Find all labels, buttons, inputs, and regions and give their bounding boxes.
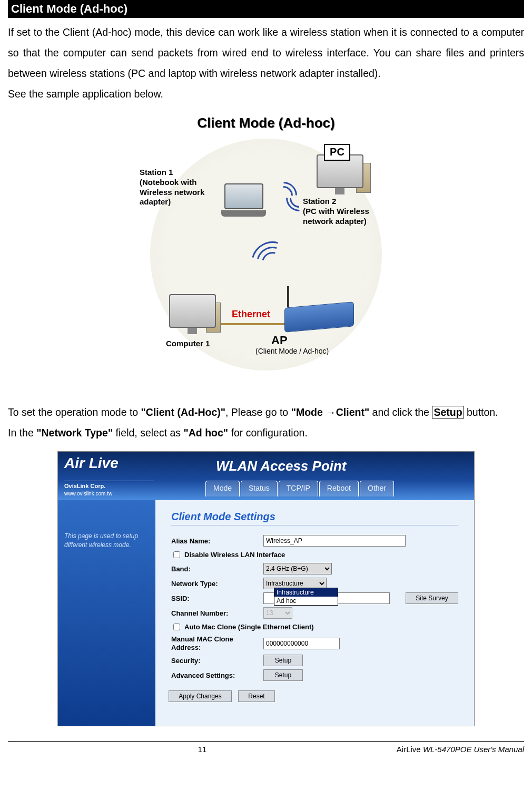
row-auto-mac: Auto Mac Clone (Single Ethernet Client)	[171, 622, 458, 632]
reset-button[interactable]: Reset	[238, 690, 275, 702]
station2-label: Station 2 (PC with Wireless network adap…	[303, 197, 387, 226]
checkbox-auto-mac[interactable]	[173, 624, 180, 630]
computer1-label: Computer 1	[166, 339, 210, 349]
tab-mode[interactable]: Mode	[205, 481, 240, 496]
paragraph-3: In the "Network Type" field, select as "…	[8, 423, 524, 443]
brand-sub: OvisLink Corp.	[64, 481, 154, 489]
computer1-icon	[166, 294, 219, 334]
ap-router-icon	[284, 305, 353, 342]
paragraph-1: If set to the Client (Ad-hoc) mode, this…	[8, 22, 524, 84]
ui-sidebar: This page is used to setup different wir…	[58, 500, 155, 726]
section-title: Client Mode Settings	[171, 511, 458, 525]
brand-url: www.ovislink.com.tw	[64, 491, 112, 496]
row-alias: Alias Name:	[171, 535, 458, 547]
text-bold: "Network Type"	[36, 427, 113, 439]
text: and click the	[369, 406, 432, 418]
ui-main: Client Mode Settings Alias Name: Disable…	[155, 500, 474, 726]
checkbox-disable-wlan[interactable]	[173, 551, 180, 558]
station1-laptop-icon	[221, 183, 266, 218]
site-survey-button[interactable]: Site Survey	[406, 592, 458, 604]
footer-book-title: AirLive WL-5470POE User's Manual	[397, 745, 524, 754]
label-disable-wlan: Disable Wireless LAN Interface	[184, 551, 285, 559]
tab-bar: Mode Status TCP/IP Reboot Other	[205, 481, 395, 496]
label-channel: Channel Number:	[171, 609, 263, 617]
label-auto-mac: Auto Mac Clone (Single Ethernet Client)	[184, 623, 314, 631]
label-ssid: SSID:	[171, 595, 263, 602]
station1-label: Station 1 (Notebook with Wireless networ…	[140, 168, 219, 207]
ethernet-line-icon	[221, 323, 284, 325]
row-band: Band: 2.4 GHz (B+G)	[171, 563, 458, 574]
select-channel: 13	[263, 607, 292, 619]
ap-sublabel: (Client Mode / Ad-hoc)	[255, 347, 329, 355]
router-ui-panel: Air Live OvisLink Corp. www.ovislink.com…	[57, 451, 475, 726]
text: for configuration.	[228, 427, 308, 439]
pc-badge: PC	[324, 144, 350, 161]
ap-label: AP	[271, 334, 288, 347]
label-alias: Alias Name:	[171, 537, 263, 545]
ethernet-label: Ethernet	[232, 309, 270, 320]
paragraph-2: To set the operation mode to "Client (Ad…	[8, 402, 524, 423]
ui-header: Air Live OvisLink Corp. www.ovislink.com…	[58, 452, 474, 500]
security-setup-button[interactable]: Setup	[263, 655, 303, 666]
row-mac-clone: Manual MAC Clone Address:	[171, 635, 458, 651]
row-disable-wlan: Disable Wireless LAN Interface	[171, 550, 458, 560]
diagram-client-mode: Client Mode (Ad-hoc) Station 1 (Notebook…	[116, 115, 416, 389]
footer-divider	[8, 741, 524, 742]
text: To set the operation mode to	[8, 406, 141, 418]
sidebar-note: This page is used to setup different wir…	[64, 532, 138, 549]
row-advanced: Advanced Settings: Setup	[171, 669, 458, 681]
network-type-dropdown[interactable]: Infrastructure Ad hoc	[274, 588, 338, 606]
text: button.	[464, 406, 498, 418]
text: In the	[8, 427, 36, 439]
advanced-setup-button[interactable]: Setup	[263, 669, 303, 681]
ui-header-title: WLAN Access Point	[216, 458, 347, 474]
setup-boxed-label: Setup	[432, 406, 464, 418]
label-mac-clone: Manual MAC Clone Address:	[171, 635, 263, 651]
label-advanced: Advanced Settings:	[171, 671, 263, 679]
row-channel: Channel Number: 13	[171, 607, 458, 619]
dropdown-option-infrastructure[interactable]: Infrastructure	[274, 588, 338, 597]
diagram-title: Client Mode (Ad-hoc)	[197, 115, 334, 131]
select-band[interactable]: 2.4 GHz (B+G)	[263, 563, 332, 574]
apply-changes-button[interactable]: Apply Changes	[169, 690, 232, 702]
tab-tcpip[interactable]: TCP/IP	[279, 481, 318, 496]
label-band: Band:	[171, 565, 263, 573]
section-heading: Client Mode (Ad-hoc)	[8, 0, 524, 18]
brand-logo: Air Live	[64, 455, 119, 472]
label-network-type: Network Type:	[171, 580, 263, 588]
footer: 11 AirLive WL-5470POE User's Manual	[8, 745, 524, 754]
text-italic: WL-5470POE User's Manual	[423, 745, 524, 754]
tab-other[interactable]: Other	[360, 481, 394, 496]
row-apply: Apply Changes Reset	[171, 690, 458, 702]
text: If set to the Client (Ad-hoc) mode, this…	[8, 26, 524, 79]
paragraph-1b: See the sample application below.	[8, 84, 524, 104]
text: field, select as	[113, 427, 183, 439]
text-bold: "Client (Ad-Hoc)"	[141, 406, 225, 418]
text: , Please go to	[225, 406, 291, 418]
text: AirLive	[397, 745, 423, 754]
tab-reboot[interactable]: Reboot	[319, 481, 359, 496]
label-security: Security:	[171, 657, 263, 665]
input-alias[interactable]	[263, 535, 406, 547]
page-number: 11	[198, 745, 207, 754]
input-mac-clone[interactable]	[263, 638, 340, 649]
text-bold: "Ad hoc"	[184, 427, 229, 439]
dropdown-option-adhoc[interactable]: Ad hoc	[274, 597, 338, 605]
row-security: Security: Setup	[171, 655, 458, 666]
tab-status[interactable]: Status	[241, 481, 278, 496]
text-bold: "Mode →Client"	[291, 406, 370, 418]
